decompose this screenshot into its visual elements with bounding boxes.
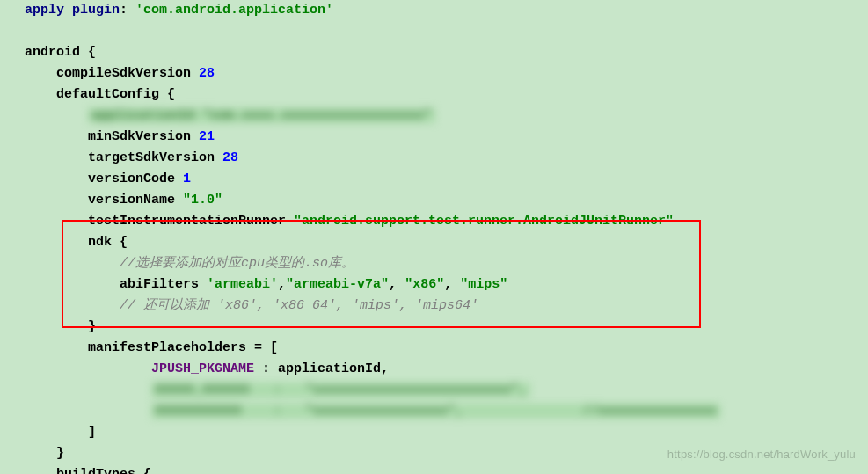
- code-line: buildTypes {: [25, 464, 843, 474]
- code-line: manifestPlaceholders = [: [25, 338, 843, 359]
- abi-armeabi-v7a: "armeabi-v7a": [286, 277, 389, 292]
- code-line: XXXXXXXXXXX : "xxxxxxxxxxxxxxxxx", //xxx…: [25, 401, 843, 422]
- comma: ,: [389, 277, 397, 292]
- test-runner-key: testInstrumentationRunner: [88, 214, 294, 229]
- apply-keyword: apply: [25, 3, 72, 18]
- build-types-key: buildTypes: [56, 467, 135, 474]
- equals-bracket: = [: [246, 340, 278, 355]
- min-sdk-key: minSdkVersion: [88, 129, 199, 144]
- code-line: ndk {: [25, 232, 843, 253]
- close-bracket: ]: [88, 425, 96, 440]
- test-runner-val: "android.support.test.runner.AndroidJUni…: [294, 214, 674, 229]
- code-line: abiFilters 'armeabi',"armeabi-v7a", "x86…: [25, 274, 843, 295]
- compile-sdk-key: compileSdkVersion: [56, 66, 199, 81]
- blurred-placeholder-1: XXXXX_XXXXXX : "xxxxxxxxxxxxxxxxxxxxxxxx…: [151, 383, 530, 397]
- watermark-text: https://blog.csdn.net/hardWork_yulu: [667, 444, 856, 465]
- open-brace: {: [159, 87, 175, 102]
- jpush-pkgname: JPUSH_PKGNAME: [151, 361, 254, 376]
- code-line: JPUSH_PKGNAME : applicationId,: [25, 359, 843, 380]
- ndk-key: ndk: [88, 235, 112, 250]
- comment-more-abi: // 还可以添加 'x86', 'x86_64', 'mips', 'mips6…: [120, 298, 478, 313]
- code-line: applicationId "com.xxxx.xxxxxxxxxxxxxxxx…: [25, 106, 843, 127]
- abi-x86: "x86": [405, 277, 444, 292]
- android-block: android: [25, 45, 80, 60]
- version-code-val: 1: [183, 171, 191, 186]
- code-line: compileSdkVersion 28: [25, 63, 843, 84]
- version-code-key: versionCode: [88, 171, 183, 186]
- plugin-keyword: plugin: [72, 3, 120, 18]
- comma: ,: [444, 277, 452, 292]
- code-line: ]: [25, 422, 843, 443]
- blurred-application-id: applicationId "com.xxxx.xxxxxxxxxxxxxxxx…: [88, 108, 435, 123]
- code-line: // 还可以添加 'x86', 'x86_64', 'mips', 'mips6…: [25, 295, 843, 317]
- compile-sdk-val: 28: [199, 66, 215, 81]
- version-name-val: "1.0": [183, 193, 222, 208]
- abifilters-key: abiFilters: [120, 277, 207, 292]
- code-line: minSdkVersion 21: [25, 127, 843, 148]
- code-line: [25, 21, 843, 42]
- code-line: apply plugin: 'com.android.application': [25, 0, 843, 21]
- code-line: defaultConfig {: [25, 84, 843, 106]
- code-line: targetSdkVersion 28: [25, 148, 843, 169]
- code-line: versionCode 1: [25, 169, 843, 190]
- blurred-placeholder-2: XXXXXXXXXXX : "xxxxxxxxxxxxxxxxx", //xxx…: [151, 404, 720, 419]
- jpush-pkgname-val: : applicationId,: [254, 361, 389, 376]
- code-editor: apply plugin: 'com.android.application' …: [0, 0, 868, 474]
- code-line: XXXXX_XXXXXX : "xxxxxxxxxxxxxxxxxxxxxxxx…: [25, 380, 843, 401]
- manifest-placeholders-key: manifestPlaceholders: [88, 340, 246, 355]
- code-line: }: [25, 317, 843, 338]
- close-brace: }: [88, 319, 96, 334]
- abi-armeabi: 'armeabi': [207, 277, 278, 292]
- min-sdk-val: 21: [199, 129, 215, 144]
- default-config-key: defaultConfig: [56, 87, 159, 102]
- target-sdk-key: targetSdkVersion: [88, 150, 222, 165]
- plugin-colon: :: [120, 3, 135, 18]
- open-brace: {: [80, 45, 96, 60]
- comma: ,: [278, 277, 286, 292]
- open-brace: {: [112, 235, 128, 250]
- version-name-key: versionName: [88, 193, 183, 208]
- code-line: android {: [25, 42, 843, 63]
- code-line: testInstrumentationRunner "android.suppo…: [25, 211, 843, 232]
- code-line: versionName "1.0": [25, 190, 843, 211]
- target-sdk-val: 28: [222, 150, 238, 165]
- code-line: //选择要添加的对应cpu类型的.so库。: [25, 253, 843, 274]
- comment-select-abi: //选择要添加的对应cpu类型的.so库。: [120, 256, 354, 271]
- close-brace: }: [56, 446, 64, 461]
- plugin-name: 'com.android.application': [135, 3, 333, 18]
- open-brace: {: [135, 467, 151, 474]
- abi-mips: "mips": [460, 277, 507, 292]
